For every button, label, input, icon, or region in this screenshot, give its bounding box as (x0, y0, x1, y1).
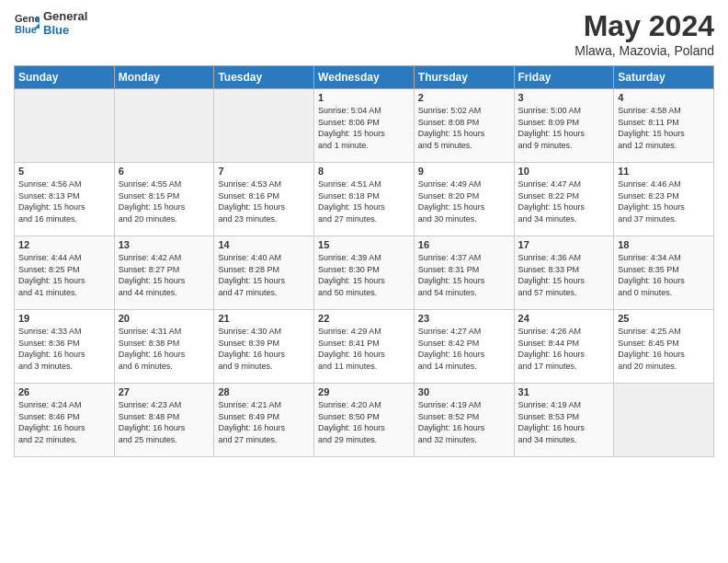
day-info: Sunrise: 4:46 AM Sunset: 8:23 PM Dayligh… (618, 178, 710, 224)
table-cell: 25Sunrise: 4:25 AM Sunset: 8:45 PM Dayli… (614, 310, 714, 384)
table-cell: 22Sunrise: 4:29 AM Sunset: 8:41 PM Dayli… (314, 310, 415, 384)
day-info: Sunrise: 4:27 AM Sunset: 8:42 PM Dayligh… (418, 326, 510, 372)
day-number: 19 (18, 313, 110, 324)
day-number: 15 (318, 239, 410, 250)
day-info: Sunrise: 4:34 AM Sunset: 8:35 PM Dayligh… (618, 252, 710, 298)
day-number: 28 (218, 386, 310, 397)
th-saturday: Saturday (614, 66, 714, 89)
table-cell (214, 89, 314, 163)
th-thursday: Thursday (414, 66, 514, 89)
day-number: 25 (618, 313, 710, 324)
week-row-4: 26Sunrise: 4:24 AM Sunset: 8:46 PM Dayli… (15, 384, 714, 457)
th-wednesday: Wednesday (314, 66, 415, 89)
th-monday: Monday (114, 66, 214, 89)
table-cell: 21Sunrise: 4:30 AM Sunset: 8:39 PM Dayli… (214, 310, 314, 384)
table-cell (614, 384, 714, 457)
day-info: Sunrise: 5:02 AM Sunset: 8:08 PM Dayligh… (418, 105, 510, 151)
logo-icon: General Blue (14, 10, 40, 36)
th-sunday: Sunday (15, 66, 115, 89)
table-cell: 24Sunrise: 4:26 AM Sunset: 8:44 PM Dayli… (514, 310, 614, 384)
day-number: 8 (318, 166, 410, 177)
day-number: 9 (418, 166, 510, 177)
table-cell: 23Sunrise: 4:27 AM Sunset: 8:42 PM Dayli… (414, 310, 514, 384)
table-cell: 12Sunrise: 4:44 AM Sunset: 8:25 PM Dayli… (15, 236, 115, 310)
table-cell: 31Sunrise: 4:19 AM Sunset: 8:53 PM Dayli… (514, 384, 614, 457)
day-number: 17 (518, 239, 610, 250)
table-cell (114, 89, 214, 163)
day-number: 4 (618, 92, 710, 103)
day-info: Sunrise: 4:19 AM Sunset: 8:53 PM Dayligh… (518, 399, 610, 445)
day-info: Sunrise: 5:00 AM Sunset: 8:09 PM Dayligh… (518, 105, 610, 151)
day-number: 3 (518, 92, 610, 103)
table-cell: 27Sunrise: 4:23 AM Sunset: 8:48 PM Dayli… (114, 384, 214, 457)
day-info: Sunrise: 4:49 AM Sunset: 8:20 PM Dayligh… (418, 178, 510, 224)
day-number: 20 (119, 313, 210, 324)
day-info: Sunrise: 4:51 AM Sunset: 8:18 PM Dayligh… (318, 178, 410, 224)
table-cell: 17Sunrise: 4:36 AM Sunset: 8:33 PM Dayli… (514, 236, 614, 310)
day-info: Sunrise: 4:37 AM Sunset: 8:31 PM Dayligh… (418, 252, 510, 298)
logo-line1: General (43, 9, 87, 23)
day-info: Sunrise: 4:23 AM Sunset: 8:48 PM Dayligh… (119, 399, 210, 445)
day-number: 30 (418, 386, 510, 397)
table-cell: 13Sunrise: 4:42 AM Sunset: 8:27 PM Dayli… (114, 236, 214, 310)
week-row-2: 12Sunrise: 4:44 AM Sunset: 8:25 PM Dayli… (15, 236, 714, 310)
day-info: Sunrise: 4:53 AM Sunset: 8:16 PM Dayligh… (218, 178, 310, 224)
table-cell: 16Sunrise: 4:37 AM Sunset: 8:31 PM Dayli… (414, 236, 514, 310)
day-info: Sunrise: 4:31 AM Sunset: 8:38 PM Dayligh… (119, 326, 210, 372)
day-number: 5 (18, 166, 110, 177)
table-cell: 9Sunrise: 4:49 AM Sunset: 8:20 PM Daylig… (414, 163, 514, 236)
day-number: 18 (618, 239, 710, 250)
day-number: 21 (218, 313, 310, 324)
day-info: Sunrise: 4:42 AM Sunset: 8:27 PM Dayligh… (119, 252, 210, 298)
day-number: 13 (119, 239, 210, 250)
day-number: 24 (518, 313, 610, 324)
table-cell: 29Sunrise: 4:20 AM Sunset: 8:50 PM Dayli… (314, 384, 415, 457)
table-cell: 18Sunrise: 4:34 AM Sunset: 8:35 PM Dayli… (614, 236, 714, 310)
day-number: 2 (418, 92, 510, 103)
day-number: 22 (318, 313, 410, 324)
calendar-table: Sunday Monday Tuesday Wednesday Thursday… (14, 65, 714, 457)
day-info: Sunrise: 4:29 AM Sunset: 8:41 PM Dayligh… (318, 326, 410, 372)
day-info: Sunrise: 4:44 AM Sunset: 8:25 PM Dayligh… (18, 252, 110, 298)
day-number: 7 (218, 166, 310, 177)
day-info: Sunrise: 4:19 AM Sunset: 8:52 PM Dayligh… (418, 399, 510, 445)
table-cell: 14Sunrise: 4:40 AM Sunset: 8:28 PM Dayli… (214, 236, 314, 310)
table-cell: 20Sunrise: 4:31 AM Sunset: 8:38 PM Dayli… (114, 310, 214, 384)
week-row-0: 1Sunrise: 5:04 AM Sunset: 8:06 PM Daylig… (15, 89, 714, 163)
day-number: 26 (18, 386, 110, 397)
th-tuesday: Tuesday (214, 66, 314, 89)
table-cell: 6Sunrise: 4:55 AM Sunset: 8:15 PM Daylig… (114, 163, 214, 236)
table-cell: 19Sunrise: 4:33 AM Sunset: 8:36 PM Dayli… (15, 310, 115, 384)
table-cell: 11Sunrise: 4:46 AM Sunset: 8:23 PM Dayli… (614, 163, 714, 236)
day-info: Sunrise: 4:58 AM Sunset: 8:11 PM Dayligh… (618, 105, 710, 151)
th-friday: Friday (514, 66, 614, 89)
table-cell: 15Sunrise: 4:39 AM Sunset: 8:30 PM Dayli… (314, 236, 415, 310)
day-info: Sunrise: 4:47 AM Sunset: 8:22 PM Dayligh… (518, 178, 610, 224)
day-number: 11 (618, 166, 710, 177)
day-number: 23 (418, 313, 510, 324)
day-info: Sunrise: 4:39 AM Sunset: 8:30 PM Dayligh… (318, 252, 410, 298)
day-info: Sunrise: 4:30 AM Sunset: 8:39 PM Dayligh… (218, 326, 310, 372)
day-number: 1 (318, 92, 410, 103)
day-number: 27 (119, 386, 210, 397)
day-info: Sunrise: 4:20 AM Sunset: 8:50 PM Dayligh… (318, 399, 410, 445)
table-cell: 7Sunrise: 4:53 AM Sunset: 8:16 PM Daylig… (214, 163, 314, 236)
week-row-1: 5Sunrise: 4:56 AM Sunset: 8:13 PM Daylig… (15, 163, 714, 236)
day-number: 10 (518, 166, 610, 177)
week-row-3: 19Sunrise: 4:33 AM Sunset: 8:36 PM Dayli… (15, 310, 714, 384)
day-info: Sunrise: 4:36 AM Sunset: 8:33 PM Dayligh… (518, 252, 610, 298)
day-number: 12 (18, 239, 110, 250)
day-info: Sunrise: 4:25 AM Sunset: 8:45 PM Dayligh… (618, 326, 710, 372)
header-row: Sunday Monday Tuesday Wednesday Thursday… (15, 66, 714, 89)
table-cell: 4Sunrise: 4:58 AM Sunset: 8:11 PM Daylig… (614, 89, 714, 163)
header: General Blue General Blue May 2024 Mlawa… (14, 9, 714, 58)
day-number: 14 (218, 239, 310, 250)
day-info: Sunrise: 4:26 AM Sunset: 8:44 PM Dayligh… (518, 326, 610, 372)
day-info: Sunrise: 4:24 AM Sunset: 8:46 PM Dayligh… (18, 399, 110, 445)
title-block: May 2024 Mlawa, Mazovia, Poland (574, 9, 714, 58)
day-info: Sunrise: 4:56 AM Sunset: 8:13 PM Dayligh… (18, 178, 110, 224)
table-cell: 28Sunrise: 4:21 AM Sunset: 8:49 PM Dayli… (214, 384, 314, 457)
main-title: May 2024 (574, 9, 714, 43)
page: General Blue General Blue May 2024 Mlawa… (0, 0, 728, 563)
svg-text:Blue: Blue (15, 24, 37, 35)
